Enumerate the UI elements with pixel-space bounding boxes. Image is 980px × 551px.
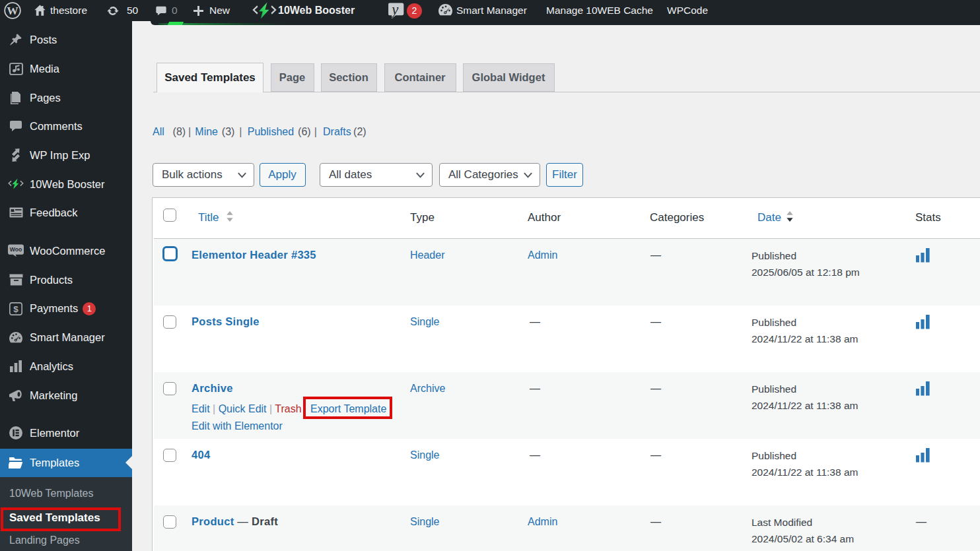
svg-text:y: y: [390, 1, 399, 18]
svg-text:Woo: Woo: [10, 246, 22, 253]
svg-text:W: W: [7, 4, 18, 17]
svg-text:$: $: [13, 304, 18, 313]
